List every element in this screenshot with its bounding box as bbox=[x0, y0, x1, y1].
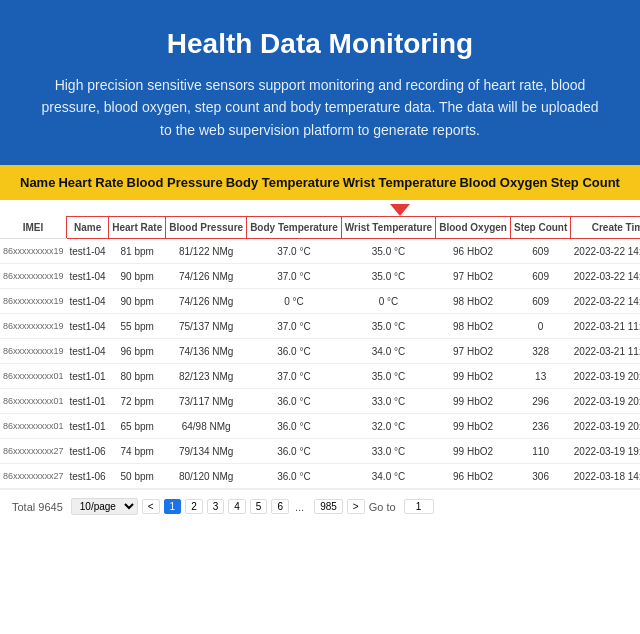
cell-heart-rate: 90 bpm bbox=[109, 264, 166, 289]
header-description: High precision sensitive sensors support… bbox=[40, 74, 600, 141]
page-ellipsis: ... bbox=[293, 501, 306, 513]
cell-name: test1-06 bbox=[67, 439, 109, 464]
cell-heart-rate: 50 bpm bbox=[109, 464, 166, 489]
cell-blood-pressure: 80/120 NMg bbox=[166, 464, 247, 489]
arrow-row bbox=[0, 200, 640, 216]
cell-step-count: 609 bbox=[510, 264, 570, 289]
cell-name: test1-01 bbox=[67, 414, 109, 439]
table-row: 86xxxxxxxxx19 test1-04 55 bpm 75/137 NMg… bbox=[0, 314, 640, 339]
cell-step-count: 609 bbox=[510, 239, 570, 264]
cell-body-temp: 36.0 °C bbox=[247, 464, 342, 489]
cell-step-count: 110 bbox=[510, 439, 570, 464]
cell-create-time: 2022-03-22 14:19:30 bbox=[571, 264, 640, 289]
table-row: 86xxxxxxxxx01 test1-01 72 bpm 73/117 NMg… bbox=[0, 389, 640, 414]
cell-heart-rate: 74 bpm bbox=[109, 439, 166, 464]
page-2-button[interactable]: 2 bbox=[185, 499, 203, 514]
cell-heart-rate: 80 bpm bbox=[109, 364, 166, 389]
page-title: Health Data Monitoring bbox=[40, 28, 600, 60]
cell-wrist-temp: 34.0 °C bbox=[341, 339, 435, 364]
data-table: IMEI Name Heart Rate Blood Pressure Body… bbox=[0, 216, 640, 489]
cell-blood-pressure: 74/126 NMg bbox=[166, 264, 247, 289]
col-step-count: Step Count bbox=[510, 217, 570, 239]
col-body-temp: Body Temperature bbox=[247, 217, 342, 239]
cell-wrist-temp: 35.0 °C bbox=[341, 239, 435, 264]
cell-blood-pressure: 73/117 NMg bbox=[166, 389, 247, 414]
cell-blood-pressure: 75/137 NMg bbox=[166, 314, 247, 339]
cell-step-count: 296 bbox=[510, 389, 570, 414]
cell-create-time: 2022-03-19 20:41:50 bbox=[571, 364, 640, 389]
cell-imei: 86xxxxxxxxx19 bbox=[0, 264, 67, 289]
table-row: 86xxxxxxxxx19 test1-04 96 bpm 74/136 NMg… bbox=[0, 339, 640, 364]
cell-create-time: 2022-03-19 19:33:55 bbox=[571, 439, 640, 464]
cell-imei: 86xxxxxxxxx01 bbox=[0, 364, 67, 389]
col-wrist-temp: Wrist Temperature bbox=[341, 217, 435, 239]
yellow-banner: Name Heart Rate Blood Pressure Body Temp… bbox=[0, 165, 640, 200]
cell-body-temp: 37.0 °C bbox=[247, 314, 342, 339]
banner-step-count: Step Count bbox=[551, 175, 620, 190]
cell-create-time: 2022-03-18 14:33:17 bbox=[571, 464, 640, 489]
prev-page-button[interactable]: < bbox=[142, 499, 160, 514]
cell-heart-rate: 81 bpm bbox=[109, 239, 166, 264]
cell-create-time: 2022-03-21 11:46:00 bbox=[571, 314, 640, 339]
page-1-button[interactable]: 1 bbox=[164, 499, 182, 514]
cell-blood-oxygen: 98 HbO2 bbox=[436, 314, 511, 339]
cell-create-time: 2022-03-21 11:42:10 bbox=[571, 339, 640, 364]
column-indicator-arrow bbox=[390, 204, 410, 216]
cell-create-time: 2022-03-22 14:19:21 bbox=[571, 289, 640, 314]
cell-blood-pressure: 74/136 NMg bbox=[166, 339, 247, 364]
cell-name: test1-04 bbox=[67, 314, 109, 339]
cell-body-temp: 37.0 °C bbox=[247, 264, 342, 289]
cell-blood-pressure: 82/123 NMg bbox=[166, 364, 247, 389]
cell-imei: 86xxxxxxxxx19 bbox=[0, 339, 67, 364]
cell-heart-rate: 72 bpm bbox=[109, 389, 166, 414]
cell-heart-rate: 90 bpm bbox=[109, 289, 166, 314]
page-3-button[interactable]: 3 bbox=[207, 499, 225, 514]
cell-heart-rate: 55 bpm bbox=[109, 314, 166, 339]
col-name: Name bbox=[67, 217, 109, 239]
col-heart-rate: Heart Rate bbox=[109, 217, 166, 239]
cell-name: test1-01 bbox=[67, 364, 109, 389]
cell-body-temp: 36.0 °C bbox=[247, 439, 342, 464]
page-5-button[interactable]: 5 bbox=[250, 499, 268, 514]
cell-create-time: 2022-03-19 20:16:28 bbox=[571, 414, 640, 439]
table-row: 86xxxxxxxxx01 test1-01 80 bpm 82/123 NMg… bbox=[0, 364, 640, 389]
cell-name: test1-01 bbox=[67, 389, 109, 414]
cell-blood-pressure: 79/134 NMg bbox=[166, 439, 247, 464]
goto-input[interactable] bbox=[404, 499, 434, 514]
cell-create-time: 2022-03-19 20:16:11 bbox=[571, 389, 640, 414]
cell-body-temp: 0 °C bbox=[247, 289, 342, 314]
cell-imei: 86xxxxxxxxx19 bbox=[0, 314, 67, 339]
col-blood-pressure: Blood Pressure bbox=[166, 217, 247, 239]
cell-blood-pressure: 64/98 NMg bbox=[166, 414, 247, 439]
page-6-button[interactable]: 6 bbox=[271, 499, 289, 514]
cell-step-count: 236 bbox=[510, 414, 570, 439]
cell-wrist-temp: 32.0 °C bbox=[341, 414, 435, 439]
cell-blood-oxygen: 96 HbO2 bbox=[436, 239, 511, 264]
banner-wrist-temperature: Wrist Temperature bbox=[343, 175, 457, 190]
cell-body-temp: 37.0 °C bbox=[247, 364, 342, 389]
cell-wrist-temp: 34.0 °C bbox=[341, 464, 435, 489]
cell-blood-oxygen: 97 HbO2 bbox=[436, 339, 511, 364]
cell-imei: 86xxxxxxxxx19 bbox=[0, 289, 67, 314]
per-page-select[interactable]: 10/page 20/page 50/page bbox=[71, 498, 138, 515]
page-4-button[interactable]: 4 bbox=[228, 499, 246, 514]
table-row: 86xxxxxxxxx27 test1-06 74 bpm 79/134 NMg… bbox=[0, 439, 640, 464]
table-row: 86xxxxxxxxx19 test1-04 90 bpm 74/126 NMg… bbox=[0, 289, 640, 314]
cell-step-count: 0 bbox=[510, 314, 570, 339]
total-count: Total 9645 bbox=[12, 501, 63, 513]
banner-blood-pressure: Blood Pressure bbox=[127, 175, 223, 190]
cell-wrist-temp: 35.0 °C bbox=[341, 264, 435, 289]
cell-body-temp: 36.0 °C bbox=[247, 389, 342, 414]
cell-heart-rate: 96 bpm bbox=[109, 339, 166, 364]
next-page-button[interactable]: > bbox=[347, 499, 365, 514]
page-last-button[interactable]: 985 bbox=[314, 499, 343, 514]
cell-name: test1-06 bbox=[67, 464, 109, 489]
cell-step-count: 609 bbox=[510, 289, 570, 314]
cell-wrist-temp: 0 °C bbox=[341, 289, 435, 314]
cell-blood-oxygen: 96 HbO2 bbox=[436, 464, 511, 489]
cell-body-temp: 36.0 °C bbox=[247, 414, 342, 439]
banner-body-temperature: Body Temperature bbox=[226, 175, 340, 190]
cell-wrist-temp: 35.0 °C bbox=[341, 314, 435, 339]
cell-create-time: 2022-03-22 14:20:26 bbox=[571, 239, 640, 264]
cell-blood-oxygen: 99 HbO2 bbox=[436, 439, 511, 464]
